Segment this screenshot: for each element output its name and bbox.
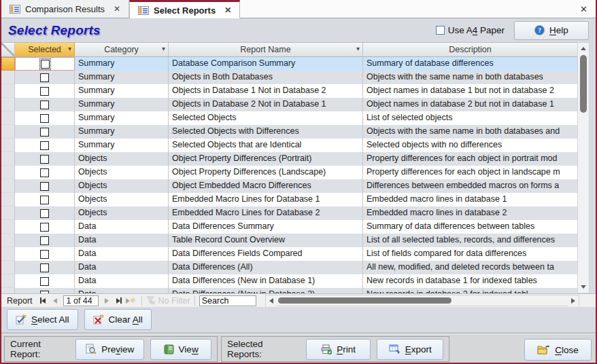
selected-cell[interactable]: [15, 179, 75, 193]
table-row[interactable]: SummaryObjects in Both DatabasesObjects …: [1, 71, 577, 84]
row-selector[interactable]: [1, 288, 15, 293]
vertical-scrollbar-thumb[interactable]: [580, 55, 587, 113]
selected-checkbox[interactable]: [40, 263, 49, 272]
selected-checkbox[interactable]: [40, 87, 49, 96]
table-row[interactable]: DataData Differences (New in Database 2)…: [1, 288, 577, 293]
selected-cell[interactable]: [15, 152, 75, 166]
report-name-cell[interactable]: Embedded Macro Lines for Database 1: [169, 193, 363, 206]
help-button[interactable]: ? Help: [514, 21, 589, 40]
selected-checkbox[interactable]: [40, 236, 49, 245]
selected-checkbox[interactable]: [40, 114, 49, 123]
description-cell[interactable]: Object names in database 2 but not in da…: [363, 98, 577, 111]
selected-cell[interactable]: [15, 111, 75, 125]
category-cell[interactable]: Data: [75, 247, 169, 261]
selected-checkbox[interactable]: [40, 155, 49, 164]
category-cell[interactable]: Summary: [75, 98, 169, 111]
report-name-cell[interactable]: Object Property Differences (Portrait): [169, 152, 363, 166]
table-row[interactable]: ObjectsObject Property Differences (Port…: [1, 152, 577, 166]
next-record-icon[interactable]: [101, 295, 112, 306]
filter-dropdown-icon[interactable]: ▾: [356, 45, 360, 52]
category-cell[interactable]: Objects: [75, 206, 169, 220]
tab-close-icon[interactable]: ✕: [109, 4, 120, 14]
category-cell[interactable]: Data: [75, 261, 169, 274]
row-selector[interactable]: [1, 111, 15, 125]
select-all-button[interactable]: Select All: [7, 309, 78, 330]
no-filter-button[interactable]: No Filter: [146, 296, 190, 306]
selected-cell[interactable]: [15, 84, 75, 98]
row-selector[interactable]: [1, 57, 15, 71]
description-cell[interactable]: List of fields compared for data differe…: [363, 247, 577, 261]
table-row[interactable]: ObjectsObject Embedded Macro Differences…: [1, 179, 577, 193]
category-cell[interactable]: Data: [75, 234, 169, 247]
export-button[interactable]: Export: [377, 339, 443, 360]
report-name-cell[interactable]: Selected Objects that are Identical: [169, 139, 363, 152]
column-header-report-name[interactable]: Report Name ▾: [169, 43, 363, 56]
table-row[interactable]: DataData Differences Fields ComparedList…: [1, 247, 577, 261]
table-row[interactable]: SummarySelected Objects with Differences…: [1, 125, 577, 139]
description-cell[interactable]: List of all selected tables, records, an…: [363, 234, 577, 247]
report-name-cell[interactable]: Database Comparison Summary: [169, 57, 363, 71]
description-cell[interactable]: Embedded macro lines in database 1: [363, 193, 577, 206]
row-selector[interactable]: [1, 193, 15, 206]
selected-checkbox[interactable]: [40, 141, 49, 150]
report-name-cell[interactable]: Selected Objects: [169, 111, 363, 125]
description-cell[interactable]: Property differences for each object in …: [363, 166, 577, 179]
selected-checkbox[interactable]: [40, 168, 49, 177]
selected-checkbox[interactable]: [40, 196, 49, 204]
report-name-cell[interactable]: Data Differences (New in Database 2): [169, 288, 363, 293]
new-record-icon[interactable]: ✱: [126, 295, 137, 306]
scroll-left-icon[interactable]: [266, 295, 277, 306]
selected-cell[interactable]: [15, 139, 75, 152]
table-row[interactable]: SummaryObjects in Database 2 Not in Data…: [1, 98, 577, 111]
vertical-scrollbar[interactable]: [577, 42, 590, 293]
selected-checkbox[interactable]: [40, 250, 49, 259]
report-name-cell[interactable]: Data Differences Summary: [169, 220, 363, 234]
search-input[interactable]: [199, 295, 256, 306]
table-row[interactable]: DataData Differences (All)All new, modif…: [1, 261, 577, 274]
report-name-cell[interactable]: Selected Objects with Differences: [169, 125, 363, 139]
scroll-down-icon[interactable]: [578, 282, 589, 293]
category-cell[interactable]: Summary: [75, 84, 169, 98]
description-cell[interactable]: New records in database 1 for indexed ta…: [363, 274, 577, 288]
table-row[interactable]: SummaryDatabase Comparison SummarySummar…: [1, 57, 577, 71]
grid-corner-cell[interactable]: [1, 43, 15, 56]
table-row[interactable]: SummarySelected Objects that are Identic…: [1, 139, 577, 152]
row-selector[interactable]: [1, 274, 15, 288]
row-selector[interactable]: [1, 261, 15, 274]
tab-close-icon[interactable]: ✕: [220, 5, 231, 15]
description-cell[interactable]: Objects with the same name in both datab…: [363, 71, 577, 84]
category-cell[interactable]: Summary: [75, 111, 169, 125]
table-row[interactable]: DataData Differences (New in Database 1)…: [1, 274, 577, 288]
scroll-up-icon[interactable]: [578, 43, 589, 54]
report-name-cell[interactable]: Embedded Macro Lines for Database 2: [169, 206, 363, 220]
selected-cell[interactable]: [15, 125, 75, 139]
column-header-selected[interactable]: Selected ▾: [15, 43, 75, 56]
report-name-cell[interactable]: Object Embedded Macro Differences: [169, 179, 363, 193]
print-button[interactable]: Print: [306, 339, 371, 360]
tab-select-reports[interactable]: Select Reports ✕: [129, 0, 240, 18]
selected-cell[interactable]: [15, 288, 75, 293]
clear-all-button[interactable]: Clear All: [84, 309, 152, 330]
horizontal-scrollbar-thumb[interactable]: [278, 297, 451, 304]
row-selector[interactable]: [1, 139, 15, 152]
report-name-cell[interactable]: Data Differences (All): [169, 261, 363, 274]
description-cell[interactable]: List of selected objects: [363, 111, 577, 125]
selected-checkbox[interactable]: [41, 60, 50, 69]
category-cell[interactable]: Objects: [75, 166, 169, 179]
category-cell[interactable]: Summary: [75, 57, 169, 71]
filter-dropdown-icon[interactable]: ▾: [162, 45, 165, 52]
filter-dropdown-icon[interactable]: ▾: [68, 45, 71, 52]
category-cell[interactable]: Data: [75, 288, 169, 293]
selected-checkbox[interactable]: [40, 101, 49, 109]
column-header-description[interactable]: Description: [363, 43, 577, 56]
first-record-icon[interactable]: [37, 295, 48, 306]
category-cell[interactable]: Objects: [75, 179, 169, 193]
table-row[interactable]: ObjectsEmbedded Macro Lines for Database…: [1, 206, 577, 220]
description-cell[interactable]: Summary of data differences between tabl…: [363, 220, 577, 234]
selected-cell[interactable]: [15, 220, 75, 234]
selected-cell[interactable]: [15, 193, 75, 206]
selected-cell[interactable]: [15, 71, 75, 84]
table-row[interactable]: SummaryObjects in Database 1 Not in Data…: [1, 84, 577, 98]
category-cell[interactable]: Objects: [75, 152, 169, 166]
row-selector[interactable]: [1, 179, 15, 193]
